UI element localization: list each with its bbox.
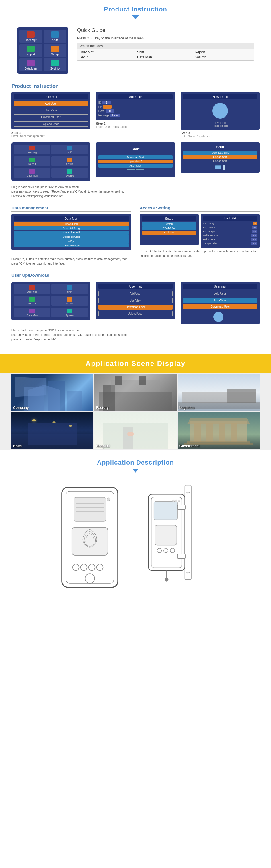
add-user-btn: Add User bbox=[14, 101, 88, 106]
scene-label-logistics: Logistics bbox=[179, 406, 194, 410]
chevron-down-icon bbox=[132, 16, 139, 20]
download-user-btn-3: Download User bbox=[183, 304, 257, 309]
lock-field-validid: ValdID output NO bbox=[203, 234, 257, 237]
atten-rules-btn: Atten rules bbox=[98, 164, 173, 168]
data-man-screen: Data Man Down Glog Down All GLog Clear a… bbox=[11, 214, 131, 250]
user-main-menu-screen: User Mgt Shift Report Setup bbox=[11, 282, 90, 320]
chevron-down-icon-2 bbox=[132, 468, 139, 472]
svg-point-8 bbox=[81, 564, 87, 570]
svg-rect-6 bbox=[72, 527, 108, 555]
svg-point-11 bbox=[85, 574, 95, 583]
scene-item-hotel: Hotel bbox=[11, 412, 93, 449]
lock-field-od-delay: OD Delay 5 bbox=[203, 222, 257, 225]
step-1: User mgt Add User UserView Download User… bbox=[11, 92, 90, 138]
data-man-screen-title: Data Man bbox=[14, 216, 129, 221]
user-menu-dataman: Data Man bbox=[14, 308, 51, 317]
svg-point-10 bbox=[97, 564, 103, 570]
step-1-desc: Enter "User management" bbox=[11, 134, 90, 137]
down-glog-btn: Down Glog bbox=[14, 222, 129, 226]
step-2: Add User ID 1 FP 0 Card 0 Privilege User bbox=[96, 92, 175, 138]
device-diagram-2 bbox=[141, 483, 221, 596]
lock-field-wg-format: Wg_format 26 bbox=[203, 226, 257, 229]
scene-label-factory: Factory bbox=[96, 406, 109, 410]
step-2-screen: Add User ID 1 FP 0 Card 0 Privilege User bbox=[96, 92, 175, 120]
download-shift-btn-1: Download Shift bbox=[98, 155, 173, 159]
lock-field-fail-count: Fail Count NO bbox=[203, 238, 257, 241]
system-btn: System bbox=[142, 222, 196, 226]
steps-row-2: User Mgt Shift Report Setup bbox=[11, 143, 260, 181]
add-user-btn-3: Add User bbox=[183, 291, 257, 297]
quick-guide-title: Quick Guide bbox=[77, 27, 254, 33]
lock-field-wg-output: Wg_output ID bbox=[203, 230, 257, 233]
svg-point-33 bbox=[178, 500, 180, 502]
menu-icon-grid-3: Data Man Sysinfo bbox=[14, 168, 88, 178]
setup-screen: Setup System COMM Set Lock Set bbox=[140, 214, 199, 245]
lock-set-btn: Lock Set bbox=[142, 230, 196, 235]
device-diagrams bbox=[0, 478, 271, 608]
step-5: Shift Download Shift Upload Shift Atten … bbox=[96, 143, 175, 181]
fingerprint-circle bbox=[212, 103, 228, 119]
fp-icon bbox=[213, 312, 223, 322]
flash-drive-icon bbox=[215, 165, 221, 169]
scene-label-hospital: Hospital bbox=[96, 444, 110, 448]
svg-rect-13 bbox=[185, 485, 191, 580]
menu-icon-grid-2: Report Setup bbox=[14, 156, 88, 166]
scene-item-factory: Factory bbox=[94, 374, 176, 411]
shift-screen-2: Shift Download Shift Upload Shift Upload… bbox=[181, 143, 260, 173]
device-svg-2 bbox=[141, 483, 221, 585]
upload-user-btn: Upload User bbox=[14, 121, 88, 127]
shift-arrows: ↑ ↓ bbox=[98, 169, 173, 175]
step-2-desc: Enter "User Registration" bbox=[96, 125, 175, 128]
down-all-glog-btn: Down All GLog bbox=[14, 226, 129, 230]
scene-label-hotel: Hotel bbox=[13, 444, 22, 448]
step-1-screen: User mgt Add User UserView Download User… bbox=[11, 92, 90, 129]
user-mgt-title-2: User mgt bbox=[183, 284, 257, 289]
svg-point-9 bbox=[89, 564, 95, 570]
svg-point-24 bbox=[157, 549, 161, 553]
fp-arrow: → bbox=[224, 316, 227, 318]
delete-all-glog-btn: Delete all Glog bbox=[14, 235, 129, 239]
scene-item-government: Government bbox=[178, 412, 260, 449]
lock-field-tamper: Tamper Alarm NO bbox=[203, 242, 257, 245]
access-setting-note: Press [OK] button to enter the main menu… bbox=[140, 248, 260, 259]
menu-icon-grid: User Mgt Shift bbox=[14, 145, 88, 154]
page-title: Product Instruction bbox=[0, 6, 271, 13]
comm-set-btn: COMM Set bbox=[142, 226, 196, 230]
user-updown-section: User Up/Download User Mgt Shift bbox=[0, 273, 271, 349]
user-menu-grid-1: User Mgt Shift bbox=[14, 284, 88, 294]
quick-guide-desc: Press "OK" key to the interface of main … bbox=[77, 36, 254, 40]
device-screenshot-main: User Mgt Shift Report Setup Data Man bbox=[17, 27, 68, 73]
user-mgt-screen-2-wrap: User mgt Add User UserView Download User… bbox=[181, 282, 260, 324]
step-3-desc: Enter "New Registration" bbox=[181, 135, 260, 138]
two-col-section: Data management Data Man Down Glog Down … bbox=[0, 206, 271, 273]
user-updown-note: Plug in flash drive and press "OK" to vi… bbox=[11, 327, 260, 343]
menu-data-man: Data Man bbox=[14, 168, 51, 178]
quick-guide-content: Quick Guide Press "OK" key to the interf… bbox=[77, 27, 254, 73]
svg-point-30 bbox=[165, 578, 169, 582]
menu-shift: Shift bbox=[51, 145, 88, 154]
download-user-btn: Download User bbox=[14, 115, 88, 120]
includes-table: Which Includes User Mgt Shift Report Set… bbox=[77, 42, 254, 61]
product-instruction-divider: Product Instruction bbox=[0, 79, 271, 92]
svg-point-26 bbox=[170, 549, 175, 553]
svg-rect-22 bbox=[154, 502, 178, 520]
device-diagram-1 bbox=[50, 483, 130, 596]
download-user-btn-2: Download User bbox=[98, 305, 173, 310]
user-menu-sysinfo: Sysinfo bbox=[51, 308, 88, 317]
user-updown-title: User Up/Download bbox=[11, 273, 260, 279]
initsys-btn: InitSys bbox=[14, 239, 129, 243]
user-mgt-screen-1: User mgt Add User UserView Download User… bbox=[96, 282, 175, 319]
upload-shift-btn-1: Upload Shift bbox=[98, 159, 173, 163]
includes-header: Which Includes bbox=[77, 43, 253, 49]
svg-point-12 bbox=[107, 498, 110, 501]
scene-label-government: Government bbox=[179, 444, 200, 448]
divider-line-1 bbox=[62, 86, 260, 87]
includes-body: User Mgt Shift Report Setup Data Man Sys… bbox=[77, 49, 253, 61]
header-section: Product Instruction bbox=[0, 0, 271, 25]
step-3-screen-title: New Enroll bbox=[183, 94, 257, 99]
device-svg-1 bbox=[50, 483, 130, 595]
svg-point-7 bbox=[73, 564, 79, 570]
access-setting-title: Access Setting bbox=[140, 206, 260, 212]
field-id: ID 1 bbox=[98, 101, 173, 104]
scene-item-logistics: Logistics bbox=[178, 374, 260, 411]
